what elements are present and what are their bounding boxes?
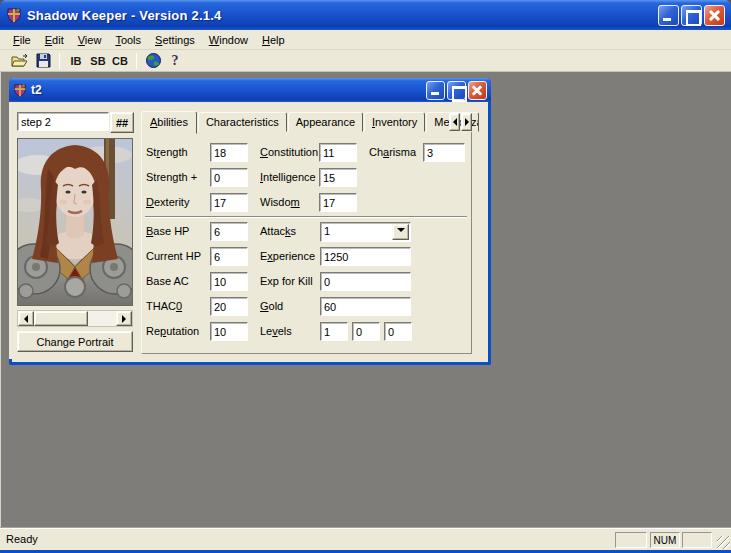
help-button[interactable]: ?: [164, 51, 186, 71]
child-minimize-button[interactable]: [426, 81, 445, 100]
tab-abilities[interactable]: Abilities: [141, 111, 197, 134]
experience-label: Experience: [260, 250, 315, 262]
level-1-input[interactable]: [320, 322, 348, 341]
character-portrait: [17, 138, 133, 306]
strength-plus-label: Strength +: [146, 171, 197, 183]
menu-file[interactable]: File: [6, 32, 38, 48]
toolbar: IB SB CB ?: [0, 50, 731, 72]
group-separator: [145, 216, 467, 218]
constitution-label: Constitution: [260, 146, 318, 158]
tabstrip: Abilities Characteristics Appearance Inv…: [141, 110, 480, 132]
dexterity-label: Dexterity: [146, 196, 189, 208]
tab-inventory[interactable]: Inventory: [364, 112, 425, 132]
attacks-label: Attacks: [260, 225, 296, 237]
menu-edit[interactable]: Edit: [38, 32, 71, 48]
sb-button[interactable]: SB: [87, 51, 109, 71]
level-3-input[interactable]: [384, 322, 412, 341]
toolbar-separator: [59, 53, 60, 69]
base-ac-label: Base AC: [146, 275, 189, 287]
globe-icon: [146, 53, 161, 68]
open-folder-icon: [11, 54, 29, 68]
ib-button[interactable]: IB: [65, 51, 87, 71]
tab-scroll-left-icon[interactable]: [449, 113, 460, 131]
current-hp-label: Current HP: [146, 250, 201, 262]
charisma-input[interactable]: [423, 143, 465, 162]
change-portrait-button[interactable]: Change Portrait: [17, 331, 133, 352]
child-close-button[interactable]: [468, 81, 487, 100]
exp-for-kill-input[interactable]: [320, 272, 411, 291]
window-title: Shadow Keeper - Version 2.1.4: [27, 8, 221, 23]
menu-view[interactable]: View: [71, 32, 109, 48]
close-button[interactable]: [704, 5, 725, 26]
web-button[interactable]: [142, 51, 164, 71]
status-message: Ready: [6, 533, 38, 545]
character-window-client: ##: [9, 102, 485, 359]
exp-for-kill-label: Exp for Kill: [260, 275, 313, 287]
tab-characteristics[interactable]: Characteristics: [198, 112, 287, 132]
maximize-button[interactable]: [681, 5, 702, 26]
toolbar-separator: [136, 53, 137, 69]
character-window-titlebar: t2: [9, 78, 491, 102]
resize-grip-icon[interactable]: [717, 536, 730, 549]
cb-button[interactable]: CB: [109, 51, 131, 71]
levels-label: Levels: [260, 325, 292, 337]
status-panel-scrl: [682, 532, 712, 548]
strength-plus-input[interactable]: [210, 168, 248, 187]
child-maximize-button[interactable]: [447, 81, 466, 100]
menubar: File Edit View Tools Settings Window Hel…: [0, 30, 731, 50]
menu-settings[interactable]: Settings: [148, 32, 202, 48]
thac0-input[interactable]: [210, 297, 248, 316]
base-hp-label: Base HP: [146, 225, 189, 237]
question-mark-icon: ?: [172, 53, 179, 69]
main-titlebar: Shadow Keeper - Version 2.1.4: [0, 0, 731, 30]
portrait-scroll-right-icon[interactable]: [116, 311, 132, 326]
reputation-input[interactable]: [210, 322, 248, 341]
menu-window[interactable]: Window: [202, 32, 255, 48]
status-panel-caps: [615, 532, 647, 548]
base-hp-input[interactable]: [210, 222, 248, 241]
tab-scroll-right-icon[interactable]: [461, 113, 472, 131]
gold-label: Gold: [260, 300, 283, 312]
strength-input[interactable]: [210, 143, 248, 162]
strength-label: Strength: [146, 146, 188, 158]
portrait-scrollbar[interactable]: [17, 310, 133, 327]
menu-help[interactable]: Help: [255, 32, 292, 48]
combo-dropdown-icon[interactable]: [392, 224, 409, 240]
gold-input[interactable]: [320, 297, 411, 316]
base-ac-input[interactable]: [210, 272, 248, 291]
save-button[interactable]: [32, 51, 54, 71]
charisma-label: Charisma: [369, 146, 416, 158]
intelligence-input[interactable]: [319, 168, 357, 187]
tab-appearance[interactable]: Appearance: [288, 112, 363, 132]
current-hp-input[interactable]: [210, 247, 248, 266]
portrait-scroll-left-icon[interactable]: [18, 311, 34, 326]
status-panel-num: NUM: [650, 532, 680, 548]
level-2-input[interactable]: [352, 322, 380, 341]
save-floppy-icon: [36, 53, 51, 68]
character-name-input[interactable]: [17, 112, 109, 131]
wisdom-input[interactable]: [319, 193, 357, 212]
tab-page-border: [141, 131, 472, 354]
portrait-scrollbar-thumb[interactable]: [34, 311, 88, 326]
thac0-label: THAC0: [146, 300, 182, 312]
main-window: Shadow Keeper - Version 2.1.4 File Edit …: [0, 0, 731, 553]
experience-input[interactable]: [320, 247, 411, 266]
character-window: t2 ##: [9, 78, 491, 365]
dexterity-input[interactable]: [210, 193, 248, 212]
character-window-title: t2: [31, 83, 42, 97]
reputation-label: Reputation: [146, 325, 199, 337]
wisdom-label: Wisdom: [260, 196, 300, 208]
mdi-workspace: t2 ##: [0, 72, 731, 527]
attacks-value: 1: [324, 225, 330, 237]
menu-tools[interactable]: Tools: [108, 32, 148, 48]
statusbar: Ready NUM: [0, 527, 731, 550]
minimize-button[interactable]: [658, 5, 679, 26]
constitution-input[interactable]: [319, 143, 357, 162]
row-number-button[interactable]: ##: [110, 112, 134, 133]
open-button[interactable]: [8, 51, 32, 71]
app-shield-icon: [6, 7, 22, 23]
attacks-combobox[interactable]: 1: [320, 222, 411, 242]
intelligence-label: Intelligence: [260, 171, 316, 183]
character-shield-icon: [13, 83, 27, 97]
